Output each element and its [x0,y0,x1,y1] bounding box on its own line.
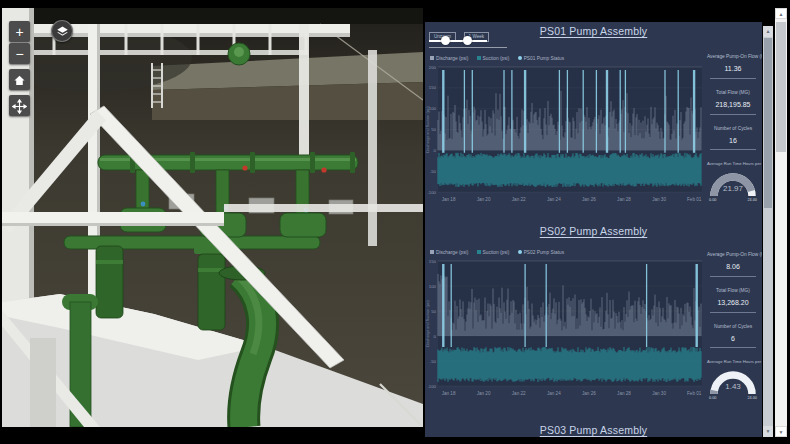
svg-text:Jan 24: Jan 24 [547,197,561,202]
stat-label: Number of Cycles [707,126,759,131]
svg-text:Jan 18: Jan 18 [442,391,456,396]
svg-text:Jan 30: Jan 30 [652,391,666,396]
svg-text:200: 200 [429,65,437,70]
gauge-min: 0.00 [709,198,716,202]
discharge-marker-icon [430,250,434,254]
stat-label: Average Pump-On Flow (GPM) [707,252,759,257]
ps01-chart[interactable]: 200150100500-50-100Jan 18Jan 20Jan 22Jan… [425,62,705,208]
zoom-in-button[interactable]: + [9,21,30,42]
svg-text:Feb 01: Feb 01 [687,197,702,202]
page-scrollbar-thumb[interactable] [776,22,786,152]
ps02-stats: Average Pump-On Flow (GPM) 8.06 Total Fl… [707,220,759,422]
svg-text:Discharge and Suction (psi): Discharge and Suction (psi) [426,299,430,346]
app-window: + − [0,0,790,444]
ps02-chart[interactable]: 150100500-50-100Jan 18Jan 20Jan 22Jan 24… [425,256,705,402]
divider [710,78,756,79]
stat-value: 13,268.20 [707,299,759,306]
home-icon [12,73,27,88]
gauge-label: Average Run Time Hours per Day [707,161,759,166]
svg-text:0: 0 [434,148,437,153]
divider [710,312,756,313]
svg-text:Jan 18: Jan 18 [442,197,456,202]
slider-handle-start[interactable] [441,36,450,45]
svg-text:Jan 28: Jan 28 [617,197,631,202]
svg-text:Feb 01: Feb 01 [687,391,702,396]
scroll-down-icon[interactable]: ▼ [763,426,773,437]
slider-track[interactable] [429,40,487,42]
dashboard-scrollbar[interactable]: ▲ ▼ [763,26,773,437]
pan-button[interactable] [9,95,30,116]
svg-text:50: 50 [431,309,436,314]
pan-icon [12,99,27,114]
home-button[interactable] [9,69,30,90]
layers-button[interactable] [51,20,73,42]
svg-text:100: 100 [429,284,437,289]
divider [710,347,756,348]
svg-text:Jan 20: Jan 20 [477,197,491,202]
suction-marker-icon [477,250,481,254]
ps02-section: PS02 Pump Assembly Discharge (psi) Sucti… [425,220,762,422]
svg-text:-50: -50 [430,359,437,364]
legend-suction: Suction (psi) [483,56,510,61]
gauge-label: Average Run Time Hours per Day [707,359,759,364]
slider-handle-end[interactable] [463,36,472,45]
divider [710,114,756,115]
svg-text:50: 50 [431,127,436,132]
svg-text:100: 100 [429,106,437,111]
gauge-max: 24.00 [747,198,757,202]
scroll-down-icon[interactable]: ▼ [775,426,787,437]
svg-text:-100: -100 [427,190,436,195]
stat-value: 218,195.85 [707,101,759,108]
stat-value: 6 [707,335,759,342]
stat-label: Number of Cycles [707,324,759,329]
svg-text:Jan 30: Jan 30 [652,197,666,202]
divider [710,276,756,277]
ps01-stats: Average Pump-On Flow (GPM) 11.36 Total F… [707,22,759,220]
ps02-legend: Discharge (psi) Suction (psi) PS02 Pump … [430,250,571,255]
stat-label: Total Flow (MG) [707,288,759,293]
suction-marker-icon [477,56,481,60]
slider-full-track[interactable] [429,47,507,48]
zoom-out-button[interactable]: − [9,43,30,64]
svg-text:Jan 26: Jan 26 [582,197,596,202]
3d-scene[interactable] [2,8,423,427]
svg-text:Jan 20: Jan 20 [477,391,491,396]
scroll-up-icon[interactable]: ▲ [763,26,773,37]
gauge-value: 1.43 [707,382,759,391]
status-marker-icon [518,250,522,254]
layers-icon [55,24,70,39]
svg-text:Jan 24: Jan 24 [547,391,561,396]
ps03-section: PS03 Pump Assembly [425,422,762,437]
svg-text:150: 150 [429,259,437,264]
divider [710,149,756,150]
stat-value: 16 [707,137,759,144]
svg-text:Jan 22: Jan 22 [512,391,526,396]
dashboard-scrollbar-thumb[interactable] [764,38,772,208]
svg-text:-50: -50 [430,169,437,174]
ps01-section: Unzoom 1 Week PS01 Pump Assembly Dischar… [425,22,762,220]
stat-label: Average Pump-On Flow (GPM) [707,54,759,59]
gauge-min: 0.00 [709,396,716,400]
scene-viewer[interactable]: + − [2,8,423,427]
legend-status: PS02 Pump Status [524,250,565,255]
svg-text:0: 0 [434,334,437,339]
svg-text:Jan 26: Jan 26 [582,391,596,396]
svg-text:Jan 28: Jan 28 [617,391,631,396]
ps03-title: PS03 Pump Assembly [425,424,762,436]
legend-discharge: Discharge (psi) [436,56,468,61]
svg-text:150: 150 [429,85,437,90]
legend-status: PS01 Pump Status [524,56,565,61]
legend-discharge: Discharge (psi) [436,250,468,255]
svg-text:Discharge and Suction (psi): Discharge and Suction (psi) [426,105,430,152]
discharge-marker-icon [430,56,434,60]
ps01-legend: Discharge (psi) Suction (psi) PS01 Pump … [430,56,571,61]
page-scrollbar[interactable]: ▲ ▼ [775,8,787,437]
gauge-value: 21.97 [707,184,759,193]
scroll-up-icon[interactable]: ▲ [775,8,787,19]
dashboard-panel: Unzoom 1 Week PS01 Pump Assembly Dischar… [425,22,762,437]
status-marker-icon [518,56,522,60]
gauge-max: 24.00 [747,396,757,400]
stat-value: 8.06 [707,263,759,270]
stat-label: Total Flow (MG) [707,90,759,95]
stat-value: 11.36 [707,65,759,72]
